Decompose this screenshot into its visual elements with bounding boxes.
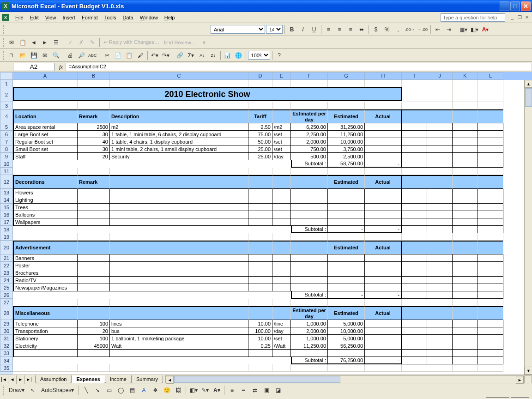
cell[interactable] (478, 269, 503, 277)
cell[interactable] (13, 80, 78, 87)
data-cell[interactable] (365, 145, 402, 153)
data-cell[interactable]: Radio/TV (13, 277, 78, 284)
cell[interactable] (402, 254, 427, 262)
section-header-cell[interactable]: Remark (78, 109, 110, 123)
row-header-19[interactable]: 19 (0, 233, 13, 241)
data-cell[interactable]: Electricity (13, 342, 78, 350)
undo-button[interactable]: ↶▾ (150, 50, 160, 60)
data-cell[interactable] (328, 284, 365, 291)
data-cell[interactable] (291, 196, 328, 204)
sort-desc-button[interactable]: Z↓ (208, 50, 218, 60)
section-header-cell[interactable]: Estimated (328, 175, 365, 189)
cell[interactable] (453, 123, 478, 131)
cell[interactable] (478, 138, 503, 145)
data-cell[interactable]: 2,250.00 (291, 131, 328, 138)
cell[interactable] (110, 364, 248, 372)
comma-button[interactable]: , (393, 24, 403, 35)
cell[interactable] (453, 233, 478, 241)
data-cell[interactable]: 3,750.00 (328, 145, 365, 153)
font-name-select[interactable]: Arial (211, 25, 265, 34)
cell[interactable] (453, 364, 478, 372)
row-header-13[interactable]: 13 (0, 189, 13, 196)
data-cell[interactable] (365, 262, 402, 269)
cell[interactable] (453, 204, 478, 211)
section-header-cell[interactable] (272, 241, 291, 254)
row-header-28[interactable]: 28 (0, 306, 13, 320)
section-header-cell[interactable]: Actual (365, 109, 402, 123)
data-cell[interactable] (365, 269, 402, 277)
cell[interactable] (478, 241, 503, 254)
section-header-cell[interactable] (272, 109, 291, 123)
print-button[interactable]: 🖨 (65, 50, 75, 60)
cell[interactable] (453, 269, 478, 277)
data-cell[interactable] (272, 284, 291, 291)
data-cell[interactable]: 100 (78, 320, 110, 327)
cell[interactable] (78, 233, 110, 241)
col-header-I[interactable]: I (402, 72, 427, 80)
cell[interactable] (427, 102, 453, 109)
wordart-button[interactable]: A (139, 385, 149, 395)
data-cell[interactable]: 2,500.00 (328, 153, 365, 160)
cell[interactable] (427, 131, 453, 138)
cell[interactable] (365, 80, 402, 87)
menu-file[interactable]: File (12, 14, 27, 21)
text-box-button[interactable]: ▤ (127, 385, 137, 395)
section-header-cell[interactable]: Advertisement (13, 241, 78, 254)
data-cell[interactable]: Balloons (13, 211, 78, 218)
cell[interactable] (427, 342, 453, 350)
cell[interactable] (110, 80, 248, 87)
cell[interactable] (478, 131, 503, 138)
cell[interactable] (453, 131, 478, 138)
spelling-button[interactable]: ABC (87, 50, 98, 60)
section-header-cell[interactable] (248, 241, 272, 254)
data-cell[interactable]: Newspaper/Magazines (13, 284, 78, 291)
cell[interactable] (328, 168, 365, 175)
data-cell[interactable]: 100 (78, 335, 110, 342)
section-header-cell[interactable] (248, 175, 272, 189)
minimize-button[interactable]: _ (500, 1, 509, 11)
cell[interactable] (453, 80, 478, 87)
col-header-K[interactable]: K (453, 72, 478, 80)
subtotal-label-cell[interactable]: Subtotal : (291, 226, 328, 233)
data-cell[interactable] (110, 189, 248, 196)
cell[interactable] (478, 357, 503, 364)
hyperlink-button[interactable]: 🔗 (175, 50, 185, 60)
cell[interactable] (13, 102, 78, 109)
cell[interactable] (478, 160, 503, 168)
section-header-cell[interactable]: Decorations (13, 175, 78, 189)
track-changes-button[interactable]: ✎ (87, 37, 97, 48)
section-header-cell[interactable]: Miscellaneous (13, 306, 78, 320)
row-header-23[interactable]: 23 (0, 269, 13, 277)
cell[interactable] (248, 80, 272, 87)
cell[interactable] (402, 277, 427, 284)
cell[interactable] (478, 87, 503, 102)
merge-center-button[interactable]: ⬌ (357, 24, 367, 35)
row-header-5[interactable]: 5 (0, 123, 13, 131)
data-cell[interactable] (291, 211, 328, 218)
cell[interactable] (402, 153, 427, 160)
cell[interactable] (453, 335, 478, 342)
cell[interactable] (427, 204, 453, 211)
data-cell[interactable] (272, 350, 291, 357)
data-cell[interactable]: 0.25 (248, 342, 272, 350)
cell[interactable] (272, 299, 291, 306)
section-header-cell[interactable] (110, 175, 248, 189)
mdi-restore-button[interactable]: ❐ (516, 14, 523, 21)
clipart-button[interactable]: 🙂 (162, 385, 172, 395)
data-cell[interactable] (13, 350, 78, 357)
data-cell[interactable] (78, 254, 110, 262)
data-cell[interactable]: bus (110, 327, 248, 335)
cell[interactable] (272, 168, 291, 175)
cell[interactable] (453, 109, 478, 123)
data-cell[interactable] (365, 218, 402, 226)
cell[interactable] (478, 342, 503, 350)
cell[interactable] (427, 160, 453, 168)
section-header-cell[interactable]: Estimated (328, 306, 365, 320)
data-cell[interactable] (272, 204, 291, 211)
section-header-cell[interactable]: Actual (365, 306, 402, 320)
data-cell[interactable]: 45000 (78, 342, 110, 350)
cell[interactable] (402, 218, 427, 226)
cell[interactable] (478, 211, 503, 218)
menu-insert[interactable]: Insert (59, 14, 79, 21)
data-cell[interactable]: 31,250.00 (328, 123, 365, 131)
